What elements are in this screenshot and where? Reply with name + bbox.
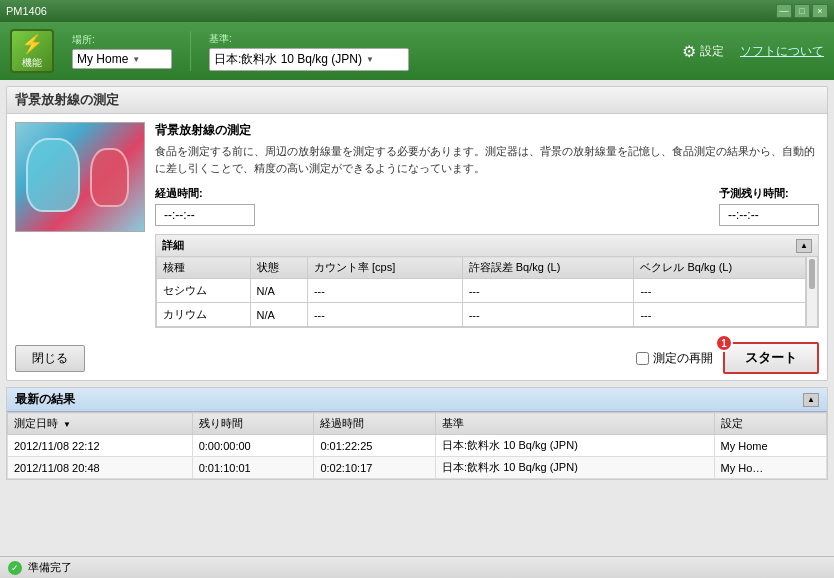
desc-title: 背景放射線の測定	[155, 122, 819, 139]
standard-value: 日本:飲料水 10 Bq/kg (JPN)	[214, 51, 362, 68]
status-icon: ✓	[8, 561, 22, 575]
lightning-icon: ⚡	[21, 33, 43, 55]
measurement-section-title: 背景放射線の測定	[7, 87, 827, 114]
details-table-wrapper: 核種 状態 カウント率 [cps] 許容誤差 Bq/kg (L) ベクレル Bq…	[156, 256, 818, 327]
elapsed-label: 経過時間:	[155, 186, 255, 201]
res-col-elapsed: 経過時間	[314, 413, 436, 435]
res-remaining-2: 0:01:10:01	[192, 457, 314, 479]
res-col-settings: 設定	[714, 413, 826, 435]
details-header: 詳細 ▲	[156, 235, 818, 256]
title-bar: PM1406 — □ ×	[0, 0, 834, 22]
location-section: 場所: My Home ▼	[72, 33, 172, 69]
standard-section: 基準: 日本:飲料水 10 Bq/kg (JPN) ▼	[209, 32, 409, 71]
status-text: 準備完了	[28, 560, 72, 575]
measurement-text-area: 背景放射線の測定 食品を測定する前に、周辺の放射線量を測定する必要があります。測…	[155, 122, 819, 328]
res-date-2: 2012/11/08 20:48	[8, 457, 193, 479]
remeasure-checkbox[interactable]	[636, 352, 649, 365]
measurement-inner: 背景放射線の測定 食品を測定する前に、周辺の放射線量を測定する必要があります。測…	[7, 114, 827, 336]
res-col-standard: 基準	[436, 413, 714, 435]
remaining-label: 予測残り時間:	[719, 186, 819, 201]
toolbar-right: ⚙ 設定 ソフトについて	[682, 42, 824, 61]
app-icon: ⚡ 機能	[10, 29, 54, 73]
details-section: 詳細 ▲ 核種 状態 カウント率 [cps] 許容誤差 Bq/kg (L)	[155, 234, 819, 328]
results-table: 測定日時 ▼ 残り時間 経過時間 基準 設定 2012/11/08 22:12 …	[7, 412, 827, 479]
remeasure-label: 測定の再開	[653, 350, 713, 367]
nuclide-1: セシウム	[157, 279, 251, 303]
toolbar-divider-1	[190, 31, 191, 71]
details-label: 詳細	[162, 238, 184, 253]
status-2: N/A	[250, 303, 307, 327]
start-btn-container: 1 スタート	[723, 342, 819, 374]
status-bar: ✓ 準備完了	[0, 556, 834, 578]
table-row: 2012/11/08 22:12 0:00:00:00 0:01:22:25 日…	[8, 435, 827, 457]
nuclide-2: カリウム	[157, 303, 251, 327]
elapsed-group: 経過時間: --:--:--	[155, 186, 255, 226]
sort-arrow-date: ▼	[63, 420, 71, 429]
countrate-1: ---	[307, 279, 462, 303]
col-nuclide: 核種	[157, 257, 251, 279]
res-col-date: 測定日時 ▼	[8, 413, 193, 435]
settings-label: 設定	[700, 43, 724, 60]
remaining-value: --:--:--	[719, 204, 819, 226]
results-title-text: 最新の結果	[15, 391, 75, 408]
location-dropdown[interactable]: My Home ▼	[72, 49, 172, 69]
becquerel-1: ---	[634, 279, 806, 303]
time-row: 経過時間: --:--:-- 予測残り時間: --:--:--	[155, 186, 819, 226]
res-elapsed-1: 0:01:22:25	[314, 435, 436, 457]
minimize-button[interactable]: —	[776, 4, 792, 18]
maximize-button[interactable]: □	[794, 4, 810, 18]
res-elapsed-2: 0:02:10:17	[314, 457, 436, 479]
settings-button[interactable]: ⚙ 設定	[682, 42, 724, 61]
col-countrate: カウント率 [cps]	[307, 257, 462, 279]
countrate-2: ---	[307, 303, 462, 327]
res-settings-1: My Home	[714, 435, 826, 457]
col-tolerance: 許容誤差 Bq/kg (L)	[462, 257, 634, 279]
measurement-desc: 食品を測定する前に、周辺の放射線量を測定する必要があります。測定器は、背景の放射…	[155, 143, 819, 176]
status-1: N/A	[250, 279, 307, 303]
action-row: 閉じる 測定の再開 1 スタート	[7, 336, 827, 380]
results-card: 最新の結果 ▲ 測定日時 ▼ 残り時間 経過時間 基準 設定 2012/11/0…	[6, 387, 828, 480]
standard-label: 基準:	[209, 32, 409, 46]
table-row: カリウム N/A --- --- ---	[157, 303, 806, 327]
res-standard-2: 日本:飲料水 10 Bq/kg (JPN)	[436, 457, 714, 479]
col-becquerel: ベクレル Bq/kg (L)	[634, 257, 806, 279]
measurement-card: 背景放射線の測定 背景放射線の測定 食品を測定する前に、周辺の放射線量を測定する…	[6, 86, 828, 381]
details-scroll-up[interactable]: ▲	[796, 239, 812, 253]
gear-icon: ⚙	[682, 42, 696, 61]
main-content: 背景放射線の測定 背景放射線の測定 食品を測定する前に、周辺の放射線量を測定する…	[0, 80, 834, 556]
results-scroll-btn[interactable]: ▲	[803, 393, 819, 407]
details-scrollbar[interactable]	[806, 256, 818, 327]
tolerance-2: ---	[462, 303, 634, 327]
close-button[interactable]: 閉じる	[15, 345, 85, 372]
close-button[interactable]: ×	[812, 4, 828, 18]
res-standard-1: 日本:飲料水 10 Bq/kg (JPN)	[436, 435, 714, 457]
details-header-row: 核種 状態 カウント率 [cps] 許容誤差 Bq/kg (L) ベクレル Bq…	[157, 257, 806, 279]
becquerel-2: ---	[634, 303, 806, 327]
scrollbar-thumb	[809, 259, 815, 289]
remaining-group: 予測残り時間: --:--:--	[719, 186, 819, 226]
table-row: セシウム N/A --- --- ---	[157, 279, 806, 303]
res-date-1: 2012/11/08 22:12	[8, 435, 193, 457]
standard-dropdown-arrow: ▼	[366, 55, 374, 64]
location-dropdown-arrow: ▼	[132, 55, 140, 64]
elapsed-value: --:--:--	[155, 204, 255, 226]
res-col-remaining: 残り時間	[192, 413, 314, 435]
location-value: My Home	[77, 52, 128, 66]
toolbar: ⚡ 機能 場所: My Home ▼ 基準: 日本:飲料水 10 Bq/kg (…	[0, 22, 834, 80]
remeasure-checkbox-label[interactable]: 測定の再開	[636, 350, 713, 367]
about-link[interactable]: ソフトについて	[740, 43, 824, 60]
start-button[interactable]: スタート	[723, 342, 819, 374]
measurement-image	[15, 122, 145, 232]
icon-label: 機能	[22, 56, 42, 70]
start-badge: 1	[715, 334, 733, 352]
res-remaining-1: 0:00:00:00	[192, 435, 314, 457]
window-controls: — □ ×	[776, 4, 828, 18]
location-label: 場所:	[72, 33, 172, 47]
details-table: 核種 状態 カウント率 [cps] 許容誤差 Bq/kg (L) ベクレル Bq…	[156, 256, 806, 327]
results-title: 最新の結果 ▲	[7, 388, 827, 412]
table-row: 2012/11/08 20:48 0:01:10:01 0:02:10:17 日…	[8, 457, 827, 479]
app-title: PM1406	[6, 5, 776, 17]
standard-dropdown[interactable]: 日本:飲料水 10 Bq/kg (JPN) ▼	[209, 48, 409, 71]
col-status: 状態	[250, 257, 307, 279]
results-header-row: 測定日時 ▼ 残り時間 経過時間 基準 設定	[8, 413, 827, 435]
